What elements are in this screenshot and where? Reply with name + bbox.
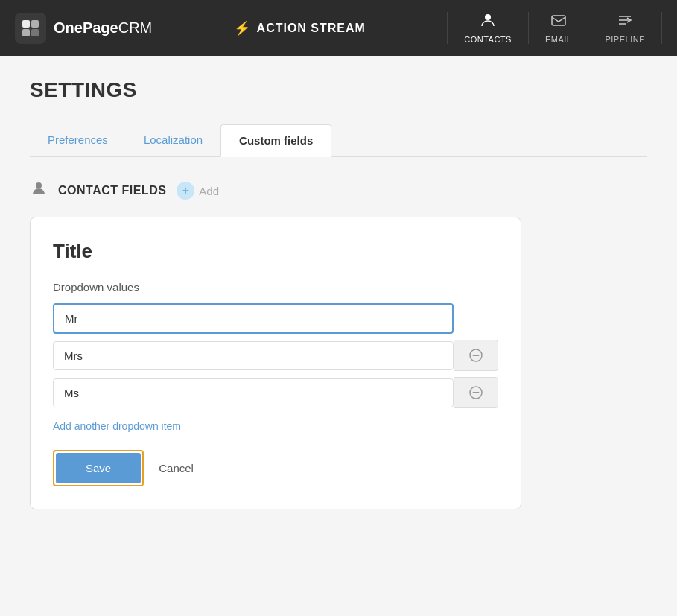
tab-custom-fields[interactable]: Custom fields — [220, 124, 331, 157]
tabs-bar: Preferences Localization Custom fields — [30, 124, 647, 157]
svg-rect-5 — [552, 16, 565, 25]
action-stream-link[interactable]: ⚡ ACTION STREAM — [152, 20, 447, 36]
nav-contacts-label: CONTACTS — [464, 35, 512, 44]
row-actions-2 — [454, 340, 498, 371]
form-actions: Save Cancel — [53, 450, 498, 486]
section-header: CONTACT FIELDS + Add — [30, 180, 647, 202]
person-icon — [480, 12, 496, 32]
add-item-label: Add another dropdown item — [53, 420, 181, 432]
nav-contacts[interactable]: CONTACTS — [447, 12, 528, 44]
top-nav: OnePageCRM ⚡ ACTION STREAM CONTACTS EM — [0, 0, 677, 56]
svg-rect-3 — [31, 29, 39, 36]
svg-point-4 — [485, 14, 491, 20]
dropdown-input-mr[interactable] — [53, 303, 454, 334]
dropdown-row — [53, 377, 498, 408]
nav-pipeline[interactable]: PIPELINE — [588, 12, 662, 44]
dropdown-rows — [53, 302, 498, 408]
svg-rect-1 — [31, 20, 39, 28]
dropdown-row — [53, 340, 498, 371]
page-title: SETTINGS — [30, 78, 647, 102]
row-actions-1 — [454, 302, 498, 334]
tab-localization[interactable]: Localization — [126, 124, 220, 157]
delete-mrs-button[interactable] — [469, 349, 483, 362]
dropdown-row — [53, 302, 498, 334]
cancel-button[interactable]: Cancel — [159, 462, 194, 474]
logo-icon — [15, 13, 46, 44]
dropdown-input-mrs[interactable] — [53, 341, 454, 370]
action-stream-label: ACTION STREAM — [257, 22, 366, 35]
add-dropdown-item-button[interactable]: Add another dropdown item — [53, 420, 181, 432]
nav-email[interactable]: EMAIL — [528, 12, 588, 44]
svg-rect-0 — [22, 20, 30, 28]
logo-text: OnePageCRM — [54, 19, 152, 36]
svg-point-9 — [36, 182, 42, 188]
form-card: Title Dropdown values — [30, 217, 521, 509]
bolt-icon: ⚡ — [234, 20, 251, 36]
cancel-label: Cancel — [159, 462, 194, 474]
pipeline-icon — [617, 12, 633, 32]
field-title: Title — [53, 240, 498, 263]
tab-preferences[interactable]: Preferences — [30, 124, 126, 157]
nav-email-label: EMAIL — [545, 35, 572, 44]
main-content: SETTINGS Preferences Localization Custom… — [0, 56, 677, 616]
nav-pipeline-label: PIPELINE — [605, 35, 645, 44]
section-title: CONTACT FIELDS — [58, 184, 166, 197]
dropdown-input-ms[interactable] — [53, 378, 454, 407]
save-label: Save — [86, 462, 111, 474]
delete-ms-button[interactable] — [469, 386, 483, 399]
email-icon — [550, 12, 567, 32]
save-button-wrapper: Save — [53, 450, 144, 486]
add-circle-icon: + — [177, 182, 194, 200]
dropdown-label: Dropdown values — [53, 281, 498, 293]
save-button[interactable]: Save — [56, 453, 141, 483]
row-actions-3 — [454, 377, 498, 408]
nav-icons: CONTACTS EMAIL PIPELINE — [447, 12, 662, 44]
logo-area[interactable]: OnePageCRM — [15, 13, 152, 44]
add-field-button[interactable]: + Add — [177, 182, 219, 200]
add-label: Add — [199, 185, 219, 197]
contact-fields-icon — [30, 180, 48, 202]
svg-rect-2 — [22, 29, 30, 36]
